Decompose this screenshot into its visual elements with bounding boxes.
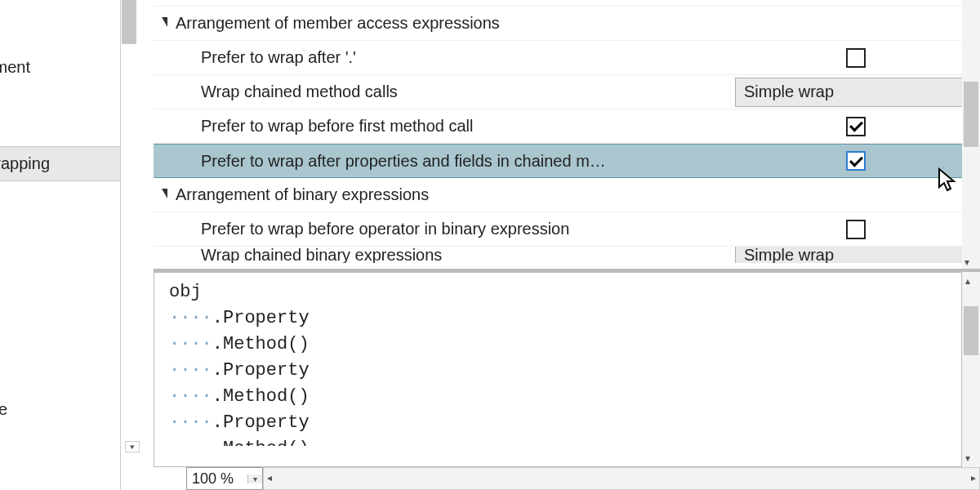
settings-scrollbar-vertical[interactable]: ▾ bbox=[962, 0, 980, 270]
code-line: ····.Method() bbox=[169, 436, 947, 446]
setting-wrap-after-props-fields: Prefer to wrap after properties and fiel… bbox=[154, 144, 980, 178]
scroll-down-icon[interactable]: ▾ bbox=[964, 256, 969, 268]
settings-list: Arrangement of member access expressions… bbox=[154, 0, 980, 270]
outer-scrollbar-vertical[interactable] bbox=[121, 0, 137, 490]
scrollbar-thumb[interactable] bbox=[964, 306, 978, 355]
select-value: Simple wrap bbox=[744, 247, 834, 263]
setting-wrap-before-operator: Prefer to wrap before operator in binary… bbox=[154, 212, 980, 247]
chevron-down-icon[interactable]: ▾ bbox=[247, 474, 262, 483]
group-label: Arrangement of member access expressions bbox=[176, 14, 500, 33]
zoom-selector[interactable]: 100 % ▾ bbox=[186, 467, 263, 490]
setting-label: Prefer to wrap after '.' bbox=[162, 48, 735, 67]
scroll-down-icon[interactable]: ▾ bbox=[965, 452, 970, 464]
setting-label: Wrap chained method calls bbox=[162, 82, 735, 101]
setting-wrap-before-first-call: Prefer to wrap before first method call bbox=[154, 109, 980, 144]
sidebar: Alignment nd Wrapping orts g Style bbox=[0, 0, 121, 490]
setting-label: Prefer to wrap before operator in binary… bbox=[162, 220, 735, 238]
chevron-down-icon bbox=[162, 17, 167, 27]
code-line: ····.Property bbox=[169, 305, 947, 332]
setting-label: Prefer to wrap after properties and fiel… bbox=[162, 152, 735, 171]
preview-scrollbar-vertical[interactable]: ▴ ▾ bbox=[962, 272, 980, 467]
sidebar-item-style[interactable]: g Style bbox=[0, 393, 121, 426]
scroll-right-icon[interactable]: ▸ bbox=[971, 472, 976, 483]
scroll-up-icon[interactable]: ▴ bbox=[965, 275, 970, 287]
checkbox-wrap-after-dot[interactable] bbox=[846, 48, 866, 68]
code-line: ····.Method() bbox=[169, 384, 947, 410]
checkbox-wrap-before-first-call[interactable] bbox=[846, 117, 866, 136]
checkbox-wrap-after-props-fields[interactable] bbox=[846, 151, 866, 171]
scrollbar-thumb[interactable] bbox=[122, 0, 136, 44]
chevron-down-icon bbox=[162, 189, 167, 198]
sidebar-item-imports[interactable]: orts bbox=[0, 266, 121, 300]
sidebar-item-alignment[interactable]: Alignment bbox=[0, 51, 121, 84]
code-line: obj bbox=[169, 279, 947, 305]
setting-wrap-chained-calls: Wrap chained method calls Simple wrap ▾ bbox=[154, 75, 980, 109]
group-binary[interactable]: Arrangement of binary expressions bbox=[154, 178, 980, 212]
group-label: Arrangement of binary expressions bbox=[176, 185, 429, 204]
code-line: ····.Method() bbox=[169, 332, 947, 358]
group-member-access[interactable]: Arrangement of member access expressions bbox=[154, 7, 980, 41]
code-preview: obj ····.Property ····.Method() ····.Pro… bbox=[154, 272, 962, 467]
select-wrap-chained-binary[interactable]: Simple wrap ▾ bbox=[735, 247, 977, 263]
sidebar-item-wrapping[interactable]: nd Wrapping bbox=[0, 146, 121, 181]
preview-scrollbar-horizontal[interactable]: ◂ ▸ bbox=[263, 467, 980, 490]
setting-label: Prefer to wrap before first method call bbox=[162, 117, 735, 136]
setting-wrap-chained-binary: Wrap chained binary expressions Simple w… bbox=[154, 247, 980, 263]
checkbox-wrap-before-operator[interactable] bbox=[846, 220, 866, 239]
scrollbar-thumb[interactable] bbox=[964, 82, 978, 147]
select-wrap-chained-calls[interactable]: Simple wrap ▾ bbox=[735, 78, 977, 107]
preview-pane: obj ····.Property ····.Method() ····.Pro… bbox=[154, 270, 980, 490]
code-line: ····.Property bbox=[169, 358, 947, 384]
zoom-value: 100 % bbox=[192, 470, 247, 488]
setting-wrap-after-dot: Prefer to wrap after '.' bbox=[154, 41, 980, 75]
select-value: Simple wrap bbox=[744, 82, 834, 101]
setting-label: Wrap chained binary expressions bbox=[162, 247, 735, 263]
code-line: ····.Property bbox=[169, 410, 947, 436]
scroll-left-icon[interactable]: ◂ bbox=[267, 472, 272, 483]
